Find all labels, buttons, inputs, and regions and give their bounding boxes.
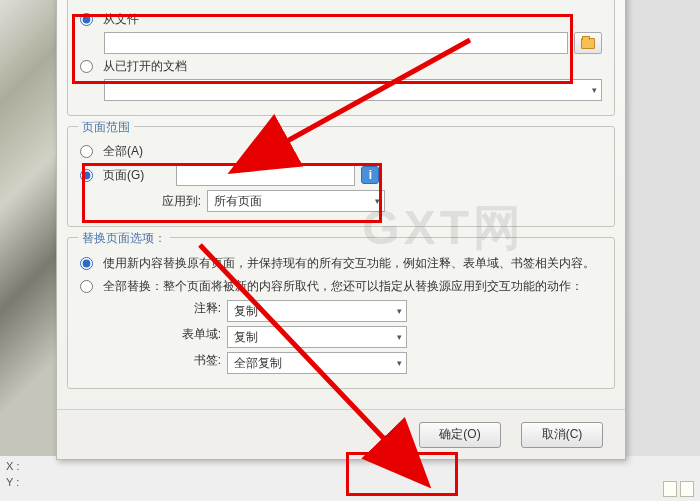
open-doc-select[interactable]: ▾ [104, 79, 602, 101]
browse-button[interactable] [574, 32, 602, 54]
status-x: X : [6, 460, 19, 472]
doc-icon [663, 481, 677, 497]
app-statusbar-bg: X : Y : [0, 456, 700, 501]
pages-input[interactable] [176, 164, 355, 186]
chevron-down-icon: ▾ [375, 196, 380, 206]
form-selected: 复制 [234, 329, 258, 346]
source-section: 从文件 从已打开的文档 ▾ [67, 0, 615, 116]
bookmark-selected: 全部复制 [234, 355, 282, 372]
apply-to-label: 应用到: [146, 193, 201, 210]
pages-label: 页面(G) [103, 167, 144, 184]
all-row: 全部(A) [80, 143, 602, 160]
ok-button[interactable]: 确定(O) [419, 422, 501, 448]
file-path-input[interactable] [104, 32, 568, 54]
annotation-selected: 复制 [234, 303, 258, 320]
from-open-doc-label: 从已打开的文档 [103, 58, 187, 75]
chevron-down-icon: ▾ [397, 306, 402, 316]
opt2-text: 全部替换：整个页面将被新的内容所取代，您还可以指定从替换源应用到交互功能的动作： [103, 277, 602, 296]
form-label: 表单域: [151, 326, 221, 343]
from-file-row: 从文件 [80, 11, 602, 28]
bookmark-select[interactable]: 全部复制 ▾ [227, 352, 407, 374]
form-row: 表单域: 复制 ▾ [80, 326, 602, 348]
opt2-row: 全部替换：整个页面将被新的内容所取代，您还可以指定从替换源应用到交互功能的动作： [80, 277, 602, 296]
replace-options-section: 替换页面选项： 使用新内容替换原有页面，并保持现有的所有交互功能，例如注释、表单… [67, 237, 615, 389]
doc-icon [680, 481, 694, 497]
opt1-row: 使用新内容替换原有页面，并保持现有的所有交互功能，例如注释、表单域、书签相关内容… [80, 254, 602, 273]
bookmark-row: 书签: 全部复制 ▾ [80, 352, 602, 374]
chevron-down-icon: ▾ [397, 358, 402, 368]
info-icon[interactable]: i [361, 166, 379, 184]
apply-to-select[interactable]: 所有页面 ▾ [207, 190, 385, 212]
annotation-label: 注释: [151, 300, 221, 317]
apply-to-selected: 所有页面 [214, 193, 262, 210]
chevron-down-icon: ▾ [592, 85, 597, 95]
opt1-text: 使用新内容替换原有页面，并保持现有的所有交互功能，例如注释、表单域、书签相关内容… [103, 254, 602, 273]
folder-icon [581, 38, 595, 49]
from-file-radio[interactable] [80, 13, 93, 26]
apply-to-row: 应用到: 所有页面 ▾ [80, 190, 602, 212]
page-range-title: 页面范围 [78, 119, 134, 136]
replace-pages-dialog: 从文件 从已打开的文档 ▾ 页面范围 全部(A) [56, 0, 626, 460]
file-path-row [80, 32, 602, 54]
opt-keep-radio[interactable] [80, 257, 93, 270]
tab-icons [663, 481, 694, 497]
cancel-button[interactable]: 取消(C) [521, 422, 603, 448]
all-label: 全部(A) [103, 143, 143, 160]
pages-row: 页面(G) i [80, 164, 602, 186]
annotation-select[interactable]: 复制 ▾ [227, 300, 407, 322]
chevron-down-icon: ▾ [397, 332, 402, 342]
from-open-doc-row: 从已打开的文档 [80, 58, 602, 75]
open-doc-row: ▾ [80, 79, 602, 101]
form-select[interactable]: 复制 ▾ [227, 326, 407, 348]
page-range-section: 页面范围 全部(A) 页面(G) i 应用到: 所有页面 ▾ [67, 126, 615, 227]
bookmark-label: 书签: [151, 352, 221, 369]
dialog-footer: 确定(O) 取消(C) [57, 409, 625, 459]
status-y: Y : [6, 476, 19, 488]
options-title: 替换页面选项： [78, 230, 170, 247]
all-radio[interactable] [80, 145, 93, 158]
background-photo [0, 0, 60, 460]
pages-radio[interactable] [80, 169, 93, 182]
from-file-label: 从文件 [103, 11, 139, 28]
from-open-doc-radio[interactable] [80, 60, 93, 73]
opt-replace-all-radio[interactable] [80, 280, 93, 293]
annotation-row: 注释: 复制 ▾ [80, 300, 602, 322]
